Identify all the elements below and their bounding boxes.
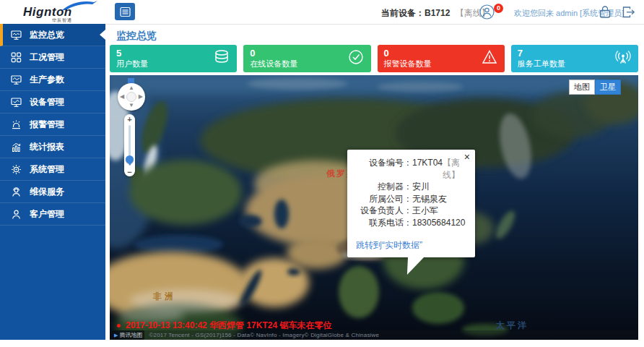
- sidebar-toggle-button[interactable]: [115, 3, 135, 20]
- popup-row-label: 设备负责人：: [356, 205, 412, 217]
- stat-card-alarm-devices[interactable]: 0 报警设备数量: [378, 45, 505, 72]
- popup-row-value: 17KT04: [412, 157, 443, 181]
- popup-row-company: 所属公司： 无锡泉友: [356, 193, 466, 205]
- sidebar-item-production-params[interactable]: 生产参数: [0, 69, 105, 91]
- welcome-label: 欢迎您回来: [514, 9, 554, 17]
- user-icon: [11, 209, 22, 220]
- sidebar-item-label: 客户管理: [30, 208, 64, 220]
- sidebar-item-label: 工况管理: [30, 51, 64, 64]
- map-attribution-text: ©2017 Tencent - GS(2017)156 - Data© NavI…: [149, 332, 379, 338]
- sidebar-item-label: 统计报表: [30, 141, 64, 153]
- page-title: 监控总览: [116, 30, 157, 43]
- alarm-dot-icon: [117, 324, 121, 327]
- device-info-popup: × 设备编号： 17KT04 【离线】 控制器： 安川 所属公司： 无锡泉友 设…: [347, 150, 475, 257]
- lock-icon: [598, 4, 612, 20]
- map-tool-icon[interactable]: [128, 78, 134, 83]
- popup-row-label: 所属公司：: [356, 193, 412, 205]
- satellite-map[interactable]: 俄罗斯 中 国 非洲 太平洋 ▲ ▼ ◀ ▶ + − 地图 卫星 × 设备编号：: [110, 75, 638, 340]
- map-provider-logo: ▶腾讯地图: [112, 330, 144, 340]
- alarm-icon: [11, 119, 22, 130]
- broadcast-icon: [614, 48, 632, 69]
- sidebar-item-label: 监控总览: [30, 29, 64, 41]
- layer-satellite-button[interactable]: 卫星: [595, 80, 621, 95]
- top-bar: Hignton 华辰智通 当前设备：B1712 【离线】 0 欢迎您回来 adm…: [0, 0, 644, 24]
- stat-cards-row: 5 用户数量 0 在线设备数量 0 报警设备数量 7 服务工单数量: [110, 45, 638, 72]
- current-device: 当前设备：B1712 【离线】: [381, 7, 490, 20]
- map-layer-toggle: 地图 卫星: [569, 80, 621, 95]
- zoom-thumb[interactable]: [126, 155, 134, 163]
- sidebar-item-device-mgmt[interactable]: 设备管理: [0, 91, 105, 113]
- sidebar-item-system-mgmt[interactable]: 系统管理: [0, 158, 105, 181]
- database-icon: [213, 48, 230, 69]
- gear-icon: [11, 164, 22, 175]
- monitor-icon: [11, 30, 22, 40]
- map-attribution-bar: ▶腾讯地图 ©2017 Tencent - GS(2017)156 - Data…: [110, 330, 638, 340]
- list-icon: [120, 7, 131, 17]
- map-zoom-slider[interactable]: + −: [124, 114, 135, 176]
- sidebar-item-customer-mgmt[interactable]: 客户管理: [0, 203, 105, 226]
- popup-row-value: 安川: [412, 181, 430, 193]
- brand-logo: Hignton 华辰智通: [10, 1, 104, 23]
- popup-row-owner: 设备负责人： 王小军: [356, 205, 466, 217]
- zoom-out-button[interactable]: −: [124, 168, 135, 176]
- stat-card-online-devices[interactable]: 0 在线设备数量: [243, 45, 370, 72]
- popup-row-status: 【离线】: [443, 157, 466, 181]
- warning-triangle-icon: [481, 48, 498, 69]
- map-label-africa: 非洲: [153, 291, 176, 303]
- sidebar-item-label: 设备管理: [30, 96, 64, 108]
- pan-up-icon[interactable]: ▲: [129, 85, 134, 91]
- app-window: Hignton 华辰智通 当前设备：B1712 【离线】 0 欢迎您回来 adm…: [0, 0, 644, 347]
- popup-row-label: 联系电话：: [356, 217, 412, 229]
- map-provider-name: 腾讯地图: [119, 331, 142, 339]
- sidebar-item-label: 生产参数: [30, 74, 64, 86]
- sidebar-item-alarm-mgmt[interactable]: 报警管理: [0, 113, 105, 136]
- sidebar-item-monitor-overview[interactable]: 监控总览: [0, 24, 105, 46]
- logout-button[interactable]: [621, 4, 636, 22]
- popup-row-device-id: 设备编号： 17KT04 【离线】: [356, 157, 466, 181]
- stat-card-users[interactable]: 5 用户数量: [110, 45, 237, 72]
- pan-right-icon[interactable]: ▶: [139, 94, 143, 100]
- check-circle-icon: [347, 48, 365, 69]
- popup-row-phone: 联系电话： 18305684120: [356, 217, 466, 229]
- popup-row-value: 18305684120: [412, 217, 465, 229]
- header-divider: [105, 24, 644, 25]
- zoom-in-button[interactable]: +: [124, 115, 135, 124]
- pan-center-button[interactable]: [126, 92, 136, 102]
- popup-row-value: 王小军: [412, 205, 438, 217]
- grid-icon: [11, 52, 22, 63]
- user-circle-icon: [479, 4, 495, 20]
- sidebar-item-label: 系统管理: [30, 163, 64, 176]
- monitor-icon: [11, 97, 22, 108]
- sidebar-nav: 监控总览 工况管理 生产参数 设备管理 报警管理 统计报表 系统管理 维保服务: [0, 24, 105, 340]
- tencent-logo-icon: ▶: [114, 333, 118, 338]
- logout-icon: [621, 4, 636, 20]
- popup-row-value: 无锡泉友: [412, 193, 447, 205]
- monitor-icon: [11, 74, 22, 85]
- support-headset-icon: [11, 187, 22, 197]
- sidebar-item-label: 报警管理: [30, 119, 64, 131]
- lock-button[interactable]: [598, 4, 612, 22]
- chart-icon: [11, 142, 22, 153]
- realtime-data-link[interactable]: 跳转到“实时数据”: [356, 239, 466, 252]
- map-pan-control[interactable]: ▲ ▼ ◀ ▶: [118, 83, 145, 111]
- layer-map-button[interactable]: 地图: [569, 80, 595, 95]
- current-device-value: B1712: [425, 8, 450, 18]
- current-device-label: 当前设备：: [381, 8, 425, 18]
- pan-left-icon[interactable]: ◀: [120, 94, 124, 100]
- user-name: admin [系统管理员]: [556, 9, 624, 17]
- sidebar-item-statistics-reports[interactable]: 统计报表: [0, 136, 105, 158]
- sidebar-item-label: 维保服务: [30, 186, 64, 198]
- popup-close-icon[interactable]: ×: [464, 152, 470, 162]
- pan-down-icon[interactable]: ▼: [129, 103, 134, 108]
- stat-card-service-orders[interactable]: 7 服务工单数量: [511, 45, 638, 72]
- notification-badge[interactable]: 0: [494, 4, 503, 13]
- sidebar-item-maintenance-service[interactable]: 维保服务: [0, 181, 105, 203]
- user-profile-button[interactable]: [479, 4, 495, 22]
- popup-row-controller: 控制器： 安川: [356, 181, 466, 193]
- popup-row-label: 设备编号：: [356, 157, 412, 181]
- sidebar-item-condition-mgmt[interactable]: 工况管理: [0, 46, 105, 69]
- popup-row-label: 控制器：: [356, 181, 412, 193]
- brand-subtitle: 华辰智通: [52, 17, 72, 24]
